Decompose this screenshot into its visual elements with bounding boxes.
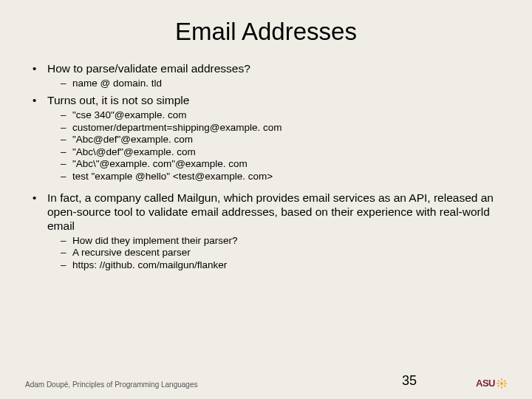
sub-item: How did they implement their parser? [47,235,507,247]
svg-rect-5 [497,380,499,382]
sub-item: test "example @hello" <test@example. com… [47,171,507,183]
bullet-item: How to parse/validate email addresses? n… [25,62,507,89]
sub-item: https: //github. com/mailgun/flanker [47,259,507,271]
sub-item: A recursive descent parser [47,247,507,259]
svg-rect-1 [501,378,502,381]
svg-rect-6 [503,380,505,382]
bullet-text: In fact, a company called Mailgun, which… [47,191,494,232]
sub-item: "cse 340"@example. com [47,109,507,121]
sub-item: "Abc@def"@example. com [47,134,507,146]
footer-credit: Adam Doupé, Principles of Programming La… [25,381,402,389]
sub-item: "Abc\"@example. com"@example. com [47,158,507,170]
bullet-text: How to parse/validate email addresses? [47,62,250,75]
sub-item: name @ domain. tld [47,78,507,89]
slide-title: Email Addresses [25,18,507,46]
page-number: 35 [402,373,417,389]
svg-rect-8 [503,384,505,386]
svg-rect-3 [497,383,499,383]
svg-rect-4 [505,383,508,383]
asu-logo-text: ASU [476,378,495,389]
sub-list: How did they implement their parser? A r… [47,235,507,271]
footer: Adam Doupé, Principles of Programming La… [25,373,507,389]
sub-item: customer/department=shipping@example. co… [47,122,507,134]
bullet-item: Turns out, it is not so simple "cse 340"… [25,94,507,183]
bullet-item: In fact, a company called Mailgun, which… [25,191,507,271]
svg-rect-2 [501,386,502,389]
sub-list: name @ domain. tld [47,78,507,89]
sunburst-icon [497,378,507,389]
sub-item: "Abc\@def"@example. com [47,146,507,158]
bullet-list: How to parse/validate email addresses? n… [25,62,507,271]
svg-point-0 [500,381,503,384]
bullet-text: Turns out, it is not so simple [47,94,189,106]
asu-logo: ASU [476,378,507,389]
sub-list: "cse 340"@example. com customer/departme… [47,109,507,183]
svg-rect-7 [497,384,499,386]
slide: Email Addresses How to parse/validate em… [0,0,532,399]
